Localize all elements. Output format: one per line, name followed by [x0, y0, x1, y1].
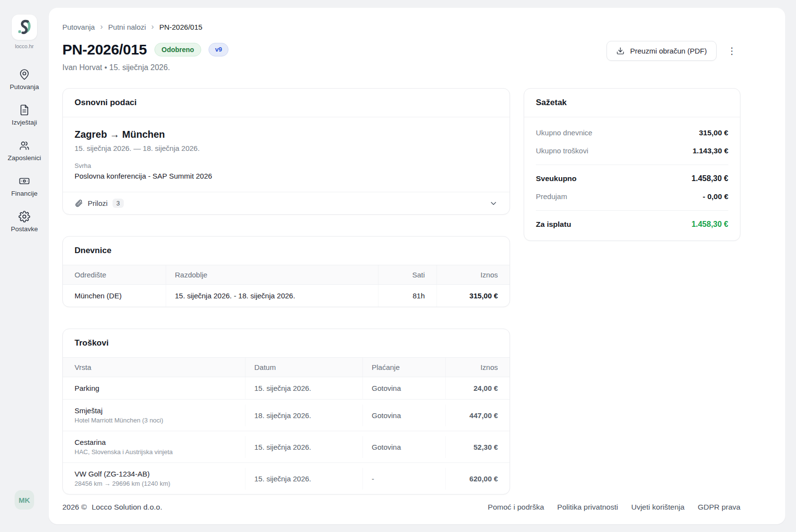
sum-row-za-isplatu: Za isplatu 1.458,30 €	[536, 220, 728, 229]
sum-row-troskovi: Ukupno troškovi 1.143,30 €	[536, 147, 728, 155]
troskovi-table-header: Vrsta Datum Plaćanje Iznos	[63, 358, 510, 377]
sum-value: - 0,00 €	[702, 192, 728, 201]
user-avatar[interactable]: MK	[15, 490, 34, 510]
chevron-down-icon	[489, 199, 498, 208]
trosak-iznos: 447,00 €	[445, 404, 510, 426]
troskovi-title: Troškovi	[63, 329, 510, 358]
breadcrumb-putovanja[interactable]: Putovanja	[62, 23, 95, 31]
footer-link-podrska[interactable]: Pomoć i podrška	[488, 503, 544, 512]
osnovni-podaci-card: Osnovni podaci Zagreb → München 15. sije…	[62, 88, 510, 215]
trosak-iznos: 620,00 €	[445, 468, 510, 490]
logo-label: locco.hr	[15, 43, 34, 49]
attachments-count-badge: 3	[113, 199, 124, 208]
purpose-value: Poslovna konferencija - SAP Summit 2026	[75, 172, 498, 180]
trosak-row-smjestaj: Smještaj Hotel Marriott München (3 noci)…	[63, 399, 510, 431]
sidebar-nav: Putovanja Izvještaji Zaposlenici	[8, 62, 41, 233]
sidebar-item-label: Izvještaji	[12, 119, 37, 126]
dnevnice-sati: 81h	[378, 285, 436, 307]
status-badge: Odobreno	[154, 43, 202, 57]
more-actions-button[interactable]: ⋮	[723, 43, 740, 58]
locco-logo-icon	[16, 18, 33, 36]
version-badge: v9	[208, 43, 228, 56]
download-button-label: Preuzmi obračun (PDF)	[630, 47, 707, 55]
footer-link-gdpr[interactable]: GDPR prava	[698, 503, 740, 512]
banknote-icon	[19, 175, 30, 187]
chevron-right-icon: ›	[100, 22, 103, 31]
footer-link-uvjeti[interactable]: Uvjeti korištenja	[631, 503, 684, 512]
sum-label: Ukupno dnevnice	[536, 128, 592, 137]
col-datum: Datum	[245, 358, 362, 377]
sum-value: 1.143,30 €	[693, 147, 728, 155]
attachments-label: Prilozi	[88, 199, 108, 207]
breadcrumb: Putovanja › Putni nalozi › PN-2026/015	[62, 22, 228, 31]
col-iznos: Iznos	[436, 265, 510, 284]
kebab-icon: ⋮	[727, 46, 737, 56]
trosak-row-parking: Parking 15. siječnja 2026. Gotovina 24,0…	[63, 377, 510, 399]
trosak-datum: 15. siječnja 2026.	[245, 468, 362, 490]
troskovi-card: Troškovi Vrsta Datum Plaćanje Iznos Park…	[62, 329, 510, 495]
pin-icon	[19, 69, 30, 80]
page-subtitle: Ivan Horvat • 15. siječnja 2026.	[62, 63, 228, 72]
document-icon	[19, 104, 30, 116]
trosak-vrsta: Parking	[75, 384, 99, 392]
sidebar: locco.hr Putovanja Izvještaji	[0, 0, 49, 532]
trosak-datum: 18. siječnja 2026.	[245, 404, 362, 426]
chevron-right-icon: ›	[152, 22, 154, 31]
trosak-placanje: Gotovina	[362, 404, 445, 426]
page-header: Putovanja › Putni nalozi › PN-2026/015 P…	[62, 22, 740, 72]
sidebar-item-label: Putovanja	[10, 83, 39, 91]
breadcrumb-current: PN-2026/015	[159, 23, 202, 31]
sum-label: Za isplatu	[536, 220, 571, 229]
sazetak-card: Sažetak Ukupno dnevnice 315,00 € Ukupno …	[524, 88, 740, 241]
people-icon	[18, 140, 30, 151]
dnevnice-table-header: Odredište Razdoblje Sati Iznos	[63, 265, 510, 285]
col-sati: Sati	[378, 265, 436, 284]
breadcrumb-putni-nalozi[interactable]: Putni nalozi	[108, 23, 146, 31]
sum-label: Sveukupno	[536, 174, 577, 183]
col-razdoblje: Razdoblje	[166, 265, 378, 284]
trosak-opis: HAC, Slovenska i Austrijska vinjeta	[75, 448, 236, 456]
attachments-toggle[interactable]: Prilozi 3	[63, 192, 510, 214]
col-vrsta: Vrsta	[63, 358, 245, 377]
sidebar-item-label: Zaposlenici	[8, 154, 41, 162]
copyright: 2026 ©	[62, 503, 87, 512]
trosak-placanje: -	[362, 468, 445, 490]
footer-link-privatnost[interactable]: Politika privatnosti	[557, 503, 618, 512]
trosak-iznos: 52,30 €	[445, 436, 510, 458]
col-iznos: Iznos	[445, 358, 510, 377]
trosak-placanje: Gotovina	[362, 436, 445, 458]
sidebar-item-putovanja[interactable]: Putovanja	[10, 69, 39, 91]
col-placanje: Plaćanje	[362, 358, 445, 377]
sidebar-item-izvjestaji[interactable]: Izvještaji	[12, 104, 37, 126]
osnovni-podaci-title: Osnovni podaci	[63, 89, 510, 117]
download-icon	[616, 47, 625, 55]
trosak-placanje: Gotovina	[362, 377, 445, 399]
sum-row-sveukupno: Sveukupno 1.458,30 €	[536, 174, 728, 183]
sum-value-payout: 1.458,30 €	[691, 220, 728, 229]
download-pdf-button[interactable]: Preuzmi obračun (PDF)	[606, 41, 717, 61]
main-panel: Putovanja › Putni nalozi › PN-2026/015 P…	[49, 8, 785, 524]
dnevnice-card: Dnevnice Odredište Razdoblje Sati Iznos …	[62, 236, 510, 307]
sidebar-item-label: Postavke	[11, 225, 38, 233]
app-logo[interactable]	[12, 15, 37, 40]
company-name: Locco Solution d.o.o.	[92, 503, 162, 512]
dnevnice-iznos: 315,00 €	[436, 285, 510, 307]
trosak-iznos: 24,00 €	[445, 377, 510, 399]
trosak-vrsta: VW Golf (ZG-1234-AB)	[75, 470, 236, 478]
dnevnice-razdoblje: 15. siječnja 2026. - 18. siječnja 2026.	[166, 285, 378, 307]
sidebar-item-financije[interactable]: Financije	[11, 175, 38, 197]
trosak-vrsta: Smještaj	[75, 406, 236, 415]
gear-icon	[19, 211, 30, 222]
col-odrediste: Odredište	[63, 265, 166, 284]
sidebar-item-zaposlenici[interactable]: Zaposlenici	[8, 140, 41, 162]
trosak-row-vozilo: VW Golf (ZG-1234-AB) 28456 km → 29696 km…	[63, 462, 510, 494]
sum-row-predujam: Predujam - 0,00 €	[536, 192, 728, 201]
page-title: PN-2026/015	[62, 41, 147, 58]
trosak-datum: 15. siječnja 2026.	[245, 436, 362, 458]
dnevnice-row: München (DE) 15. siječnja 2026. - 18. si…	[63, 285, 510, 307]
sidebar-item-label: Financije	[11, 190, 38, 197]
trosak-row-cestarina: Cestarina HAC, Slovenska i Austrijska vi…	[63, 431, 510, 462]
trosak-datum: 15. siječnja 2026.	[245, 377, 362, 399]
trip-route: Zagreb → München	[75, 129, 498, 140]
sidebar-item-postavke[interactable]: Postavke	[11, 211, 38, 233]
